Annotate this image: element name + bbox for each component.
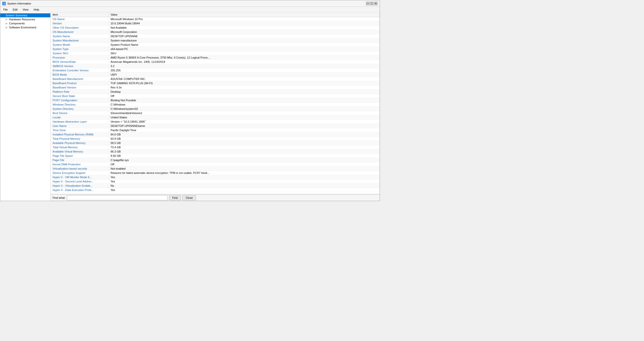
expander-icon[interactable]: ▷ bbox=[6, 18, 8, 21]
table-row[interactable]: Page FileC:\pagefile.sys bbox=[51, 158, 380, 162]
sidebar-item-system-summary[interactable]: System Summary bbox=[0, 13, 50, 17]
table-cell-value: System manufacturer bbox=[108, 38, 380, 43]
table-row[interactable]: Secure Boot StateOff bbox=[51, 94, 380, 98]
table-cell-value: C:\Windows bbox=[108, 103, 380, 107]
table-row[interactable]: Total Virtual Memory73.4 GB bbox=[51, 145, 380, 150]
col-header-item: Item bbox=[51, 12, 108, 17]
table-row[interactable]: System DirectoryC:\Windows\system32 bbox=[51, 107, 380, 111]
sidebar-item-label: System Summary bbox=[6, 14, 27, 17]
table-row[interactable]: Hardware Abstraction LayerVersion = "10.… bbox=[51, 120, 380, 124]
title-bar-left: ℹ System Information bbox=[2, 2, 31, 5]
table-row[interactable]: Kernel DMA ProtectionOff bbox=[51, 162, 380, 167]
table-cell-item: BaseBoard Version bbox=[51, 85, 108, 90]
table-row[interactable]: Device Encryption SupportReasons for fai… bbox=[51, 171, 380, 175]
close-find-button[interactable]: Close bbox=[182, 195, 196, 200]
expander-icon[interactable]: ▷ bbox=[6, 26, 8, 29]
expander-icon[interactable]: ▷ bbox=[6, 22, 8, 25]
table-row[interactable]: System Typex64-based PC bbox=[51, 47, 380, 51]
table-row[interactable]: Hyper-V - Virtualization Enable...No bbox=[51, 184, 380, 188]
table-cell-value: Desktop bbox=[108, 90, 380, 94]
info-table: Item Value OS NameMicrosoft Windows 10 P… bbox=[51, 12, 380, 192]
table-row[interactable]: BaseBoard ProductTUF GAMING X570-PLUS (W… bbox=[51, 81, 380, 85]
table-cell-item: PCR7 Configuration bbox=[51, 98, 108, 103]
table-row[interactable]: System NameDESKTOP-UP0SNNE bbox=[51, 34, 380, 38]
minimize-button[interactable]: — bbox=[366, 2, 370, 5]
data-table: Item Value OS NameMicrosoft Windows 10 P… bbox=[51, 12, 380, 194]
table-row[interactable]: SMBIOS Version3.2 bbox=[51, 64, 380, 68]
table-cell-value: \Device\HarddiskVolume1 bbox=[108, 111, 380, 115]
menu-item-view[interactable]: View bbox=[21, 8, 31, 12]
menu-item-file[interactable]: File bbox=[1, 8, 10, 12]
table-row[interactable]: BaseBoard VersionRev X.0x bbox=[51, 85, 380, 90]
find-bar: Find what: Find Close bbox=[51, 194, 380, 201]
table-cell-value: 66.3 GB bbox=[108, 150, 380, 154]
find-input[interactable] bbox=[67, 195, 168, 200]
table-cell-value: Yes bbox=[108, 179, 380, 184]
table-cell-value: System Product Name bbox=[108, 43, 380, 47]
table-cell-item: Available Virtual Memory bbox=[51, 150, 108, 154]
table-cell-value: UEFI bbox=[108, 73, 380, 77]
table-row[interactable]: Hyper-V - Second Level Addres...Yes bbox=[51, 179, 380, 184]
table-row[interactable]: User NameDESKTOP-UP0SNNE\lamw bbox=[51, 124, 380, 128]
table-cell-value: 255.255 bbox=[108, 68, 380, 73]
table-row[interactable]: Available Physical Memory58.5 GB bbox=[51, 141, 380, 145]
main-content: System Summary▷Hardware Resources▷Compon… bbox=[0, 12, 380, 201]
table-row[interactable]: Boot Device\Device\HarddiskVolume1 bbox=[51, 111, 380, 115]
table-cell-item: Device Encryption Support bbox=[51, 171, 108, 175]
table-cell-item: Hyper-V - VM Monitor Mode E... bbox=[51, 175, 108, 179]
table-row[interactable]: Available Virtual Memory66.3 GB bbox=[51, 150, 380, 154]
table-row[interactable]: BIOS ModeUEFI bbox=[51, 73, 380, 77]
title-bar-controls: — □ ✕ bbox=[366, 2, 378, 5]
table-cell-value: 9.50 GB bbox=[108, 154, 380, 158]
table-row[interactable]: Virtualization-based securityNot enabled bbox=[51, 167, 380, 171]
close-button[interactable]: ✕ bbox=[374, 2, 378, 5]
table-cell-value: Version = "10.0.19041.1806" bbox=[108, 120, 380, 124]
maximize-button[interactable]: □ bbox=[370, 2, 374, 5]
table-cell-item: Locale bbox=[51, 115, 108, 120]
table-row[interactable]: OS ManufacturerMicrosoft Corporation bbox=[51, 30, 380, 34]
table-row[interactable]: Version10.0.19044 Build 19044 bbox=[51, 21, 380, 26]
table-cell-item: OS Name bbox=[51, 17, 108, 21]
table-cell-item: Page File bbox=[51, 158, 108, 162]
sidebar-item-hardware-resources[interactable]: ▷Hardware Resources bbox=[0, 17, 50, 21]
sidebar-item-label: Hardware Resources bbox=[9, 18, 35, 21]
find-button[interactable]: Find bbox=[169, 195, 181, 200]
table-row[interactable]: BIOS Version/DateAmerican Megatrends Inc… bbox=[51, 60, 380, 64]
table-cell-item: SMBIOS Version bbox=[51, 64, 108, 68]
table-row[interactable]: PCR7 ConfigurationBinding Not Possible bbox=[51, 98, 380, 103]
table-row[interactable]: Platform RoleDesktop bbox=[51, 90, 380, 94]
table-row[interactable]: Total Physical Memory63.9 GB bbox=[51, 137, 380, 141]
table-row[interactable]: System SKUSKU bbox=[51, 51, 380, 56]
table-cell-item: Boot Device bbox=[51, 111, 108, 115]
table-row[interactable]: ProcessorAMD Ryzen 5 3600X 6-Core Proces… bbox=[51, 56, 380, 60]
table-row[interactable]: Installed Physical Memory (RAM)64.0 GB bbox=[51, 132, 380, 137]
table-cell-value: 3.2 bbox=[108, 64, 380, 68]
find-label: Find what: bbox=[53, 196, 65, 199]
table-row[interactable]: Windows DirectoryC:\Windows bbox=[51, 103, 380, 107]
table-cell-item: Virtualization-based security bbox=[51, 167, 108, 171]
left-panel: System Summary▷Hardware Resources▷Compon… bbox=[0, 12, 51, 201]
table-cell-item: Hyper-V - Data Execution Prote... bbox=[51, 188, 108, 192]
table-cell-item: BIOS Version/Date bbox=[51, 60, 108, 64]
table-cell-item: Windows Directory bbox=[51, 103, 108, 107]
table-row[interactable]: Hyper-V - VM Monitor Mode E...Yes bbox=[51, 175, 380, 179]
table-cell-item: BaseBoard Product bbox=[51, 81, 108, 85]
sidebar-item-label: Software Environment bbox=[9, 26, 36, 29]
table-row[interactable]: Page File Space9.50 GB bbox=[51, 154, 380, 158]
table-row[interactable]: Other OS DescriptionNot Available bbox=[51, 26, 380, 30]
table-cell-item: Hyper-V - Second Level Addres... bbox=[51, 179, 108, 184]
table-row[interactable]: Time ZonePacific Daylight Time bbox=[51, 128, 380, 132]
table-row[interactable]: Embedded Controller Version255.255 bbox=[51, 68, 380, 73]
table-row[interactable]: BaseBoard ManufacturerASUSTeK COMPUTER I… bbox=[51, 77, 380, 81]
table-row[interactable]: System ModelSystem Product Name bbox=[51, 43, 380, 47]
menu-item-help[interactable]: Help bbox=[31, 8, 41, 12]
sidebar-item-components[interactable]: ▷Components bbox=[0, 21, 50, 25]
table-row[interactable]: LocaleUnited States bbox=[51, 115, 380, 120]
sidebar-item-software-environment[interactable]: ▷Software Environment bbox=[0, 25, 50, 29]
table-cell-value: x64-based PC bbox=[108, 47, 380, 51]
table-row[interactable]: System ManufacturerSystem manufacturer bbox=[51, 38, 380, 43]
menu-item-edit[interactable]: Edit bbox=[11, 8, 20, 12]
table-row[interactable]: Hyper-V - Data Execution Prote...Yes bbox=[51, 188, 380, 192]
table-row[interactable]: OS NameMicrosoft Windows 10 Pro bbox=[51, 17, 380, 21]
sidebar-item-label: Components bbox=[9, 22, 25, 25]
